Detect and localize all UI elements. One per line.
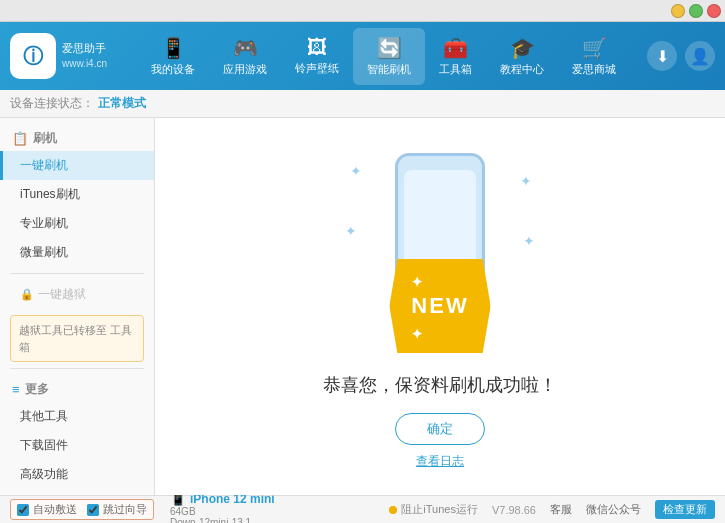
sidebar-pro-flash[interactable]: 专业刷机 — [0, 209, 154, 238]
skip-link[interactable]: 查看日志 — [416, 453, 464, 470]
title-bar — [0, 0, 725, 22]
flash-section-icon: 📋 — [12, 131, 28, 146]
sidebar-divider-1 — [10, 273, 144, 274]
nav-items: 📱 我的设备 🎮 应用游戏 🖼 铃声壁纸 🔄 智能刷机 🧰 工具箱 🎓 教程中心… — [120, 28, 647, 85]
flash-section-title: 📋 刷机 — [0, 124, 154, 151]
sparkle-1: ✦ — [350, 163, 362, 179]
sidebar-one-click-flash[interactable]: 一键刷机 — [0, 151, 154, 180]
nav-tutorial[interactable]: 🎓 教程中心 — [486, 28, 558, 85]
nav-shop-label: 爱思商城 — [572, 62, 616, 77]
device-info: 📱 iPhone 12 mini 64GB Down-12mini-13,1 — [170, 491, 275, 523]
success-text: 恭喜您，保资料刷机成功啦！ — [323, 373, 557, 397]
status-value: 正常模式 — [98, 95, 146, 112]
shop-icon: 🛒 — [582, 36, 607, 60]
device-version: Down-12mini-13,1 — [170, 517, 275, 523]
version-text: V7.98.66 — [492, 504, 536, 516]
user-button[interactable]: 👤 — [685, 41, 715, 71]
logo-line1: 爱思助手 — [62, 41, 107, 56]
auto-send-checkbox[interactable] — [17, 504, 29, 516]
minimize-button[interactable] — [671, 4, 685, 18]
new-ribbon: NEW — [389, 259, 490, 353]
status-bar: 设备连接状态： 正常模式 — [0, 90, 725, 118]
bottom-right: 阻止iTunes运行 V7.98.66 客服 微信公众号 检查更新 — [389, 500, 715, 519]
flash-section-label: 刷机 — [33, 130, 57, 147]
check-update-button[interactable]: 检查更新 — [655, 500, 715, 519]
nav-smart-flash[interactable]: 🔄 智能刷机 — [353, 28, 425, 85]
nav-my-device-label: 我的设备 — [151, 62, 195, 77]
bottom-bar: 自动敷送 跳过向导 📱 iPhone 12 mini 64GB Down-12m… — [0, 495, 725, 523]
more-section-title: ≡ 更多 — [0, 375, 154, 402]
checkbox-group: 自动敷送 跳过向导 — [10, 499, 154, 520]
sidebar: 📋 刷机 一键刷机 iTunes刷机 专业刷机 微量刷机 🔒 一键越狱 越狱工具… — [0, 118, 155, 495]
customer-service-link[interactable]: 客服 — [550, 502, 572, 517]
wechat-link[interactable]: 微信公众号 — [586, 502, 641, 517]
nav-toolbox[interactable]: 🧰 工具箱 — [425, 28, 486, 85]
status-label: 设备连接状态： — [10, 95, 94, 112]
nav-my-device[interactable]: 📱 我的设备 — [137, 28, 209, 85]
header: ⓘ 爱思助手 www.i4.cn 📱 我的设备 🎮 应用游戏 🖼 铃声壁纸 🔄 … — [0, 22, 725, 90]
sparkle-4: ✦ — [523, 233, 535, 249]
sidebar-jailbreak-locked: 🔒 一键越狱 — [0, 280, 154, 309]
apps-games-icon: 🎮 — [233, 36, 258, 60]
sidebar-advanced[interactable]: 高级功能 — [0, 460, 154, 489]
nav-apps-games-label: 应用游戏 — [223, 62, 267, 77]
sidebar-divider-2 — [10, 368, 144, 369]
sidebar-itunes-flash[interactable]: iTunes刷机 — [0, 180, 154, 209]
skip-wizard-label[interactable]: 跳过向导 — [103, 502, 147, 517]
more-section-icon: ≡ — [12, 382, 20, 397]
sparkle-2: ✦ — [520, 173, 532, 189]
more-section-label: 更多 — [25, 381, 49, 398]
toolbox-icon: 🧰 — [443, 36, 468, 60]
auto-send-label[interactable]: 自动敷送 — [33, 502, 77, 517]
nav-ringtone[interactable]: 🖼 铃声壁纸 — [281, 28, 353, 85]
sidebar-micro-flash[interactable]: 微量刷机 — [0, 238, 154, 267]
sidebar-download-firmware[interactable]: 下载固件 — [0, 431, 154, 460]
my-device-icon: 📱 — [161, 36, 186, 60]
close-button[interactable] — [707, 4, 721, 18]
confirm-button[interactable]: 确定 — [395, 413, 485, 445]
tutorial-icon: 🎓 — [510, 36, 535, 60]
nav-toolbox-label: 工具箱 — [439, 62, 472, 77]
skip-wizard-checkbox[interactable] — [87, 504, 99, 516]
header-right: ⬇ 👤 — [647, 41, 715, 71]
lock-icon: 🔒 — [20, 288, 34, 301]
sidebar-other-tools[interactable]: 其他工具 — [0, 402, 154, 431]
nav-tutorial-label: 教程中心 — [500, 62, 544, 77]
itunes-dot — [389, 506, 397, 514]
logo-icon: ⓘ — [10, 33, 56, 79]
ringtone-icon: 🖼 — [307, 36, 327, 59]
sparkle-3: ✦ — [345, 223, 357, 239]
nav-apps-games[interactable]: 🎮 应用游戏 — [209, 28, 281, 85]
sidebar-jailbreak-notice: 越狱工具已转移至 工具箱 — [10, 315, 144, 362]
nav-smart-flash-label: 智能刷机 — [367, 62, 411, 77]
nav-ringtone-label: 铃声壁纸 — [295, 61, 339, 76]
logo-area: ⓘ 爱思助手 www.i4.cn — [10, 33, 120, 79]
smart-flash-icon: 🔄 — [377, 36, 402, 60]
content-area: ✦ ✦ ✦ ✦ NEW 恭喜您，保资料刷机成功啦！ 确定 查看日志 — [155, 118, 725, 495]
logo-line2: www.i4.cn — [62, 57, 107, 71]
main-layout: 📋 刷机 一键刷机 iTunes刷机 专业刷机 微量刷机 🔒 一键越狱 越狱工具… — [0, 118, 725, 495]
success-illustration: ✦ ✦ ✦ ✦ NEW — [340, 143, 540, 363]
bottom-left: 自动敷送 跳过向导 📱 iPhone 12 mini 64GB Down-12m… — [10, 491, 389, 523]
download-button[interactable]: ⬇ — [647, 41, 677, 71]
itunes-status: 阻止iTunes运行 — [389, 502, 478, 517]
nav-shop[interactable]: 🛒 爱思商城 — [558, 28, 630, 85]
logo-text: 爱思助手 www.i4.cn — [62, 41, 107, 70]
device-storage: 64GB — [170, 506, 275, 517]
maximize-button[interactable] — [689, 4, 703, 18]
